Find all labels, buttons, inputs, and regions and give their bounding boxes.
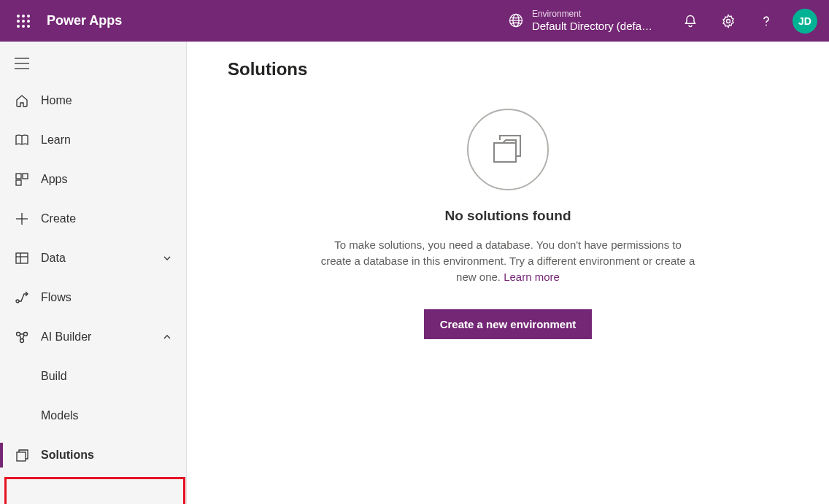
environment-picker[interactable]: Environment Default Directory (defa… — [500, 9, 661, 32]
sidebar-item-label: AI Builder — [41, 330, 150, 344]
help-button[interactable] — [749, 4, 784, 39]
environment-label: Environment — [532, 9, 652, 19]
globe-icon — [509, 13, 523, 28]
sidebar-item-home[interactable]: Home — [0, 81, 186, 120]
settings-button[interactable] — [711, 4, 746, 39]
sidebar-item-label: Create — [41, 212, 173, 225]
app-body: Home Learn Apps Create Data — [0, 42, 829, 504]
empty-state-title: No solutions found — [444, 208, 571, 224]
environment-text: Environment Default Directory (defa… — [532, 9, 652, 32]
sidebar-item-ai-models[interactable]: Models — [0, 396, 186, 435]
sidebar-toggle[interactable] — [0, 46, 186, 81]
sidebar-item-label: Home — [41, 94, 173, 107]
svg-rect-19 — [23, 174, 28, 179]
user-avatar[interactable]: JD — [793, 9, 817, 34]
app-launcher-button[interactable] — [6, 4, 41, 39]
sidebar-item-label: Flows — [41, 291, 173, 304]
plus-icon — [15, 212, 29, 226]
svg-rect-20 — [16, 180, 21, 185]
sidebar-item-label: Solutions — [41, 449, 173, 462]
solutions-icon — [15, 448, 29, 462]
svg-point-12 — [727, 19, 730, 23]
svg-point-26 — [16, 300, 19, 303]
learn-more-link[interactable]: Learn more — [504, 271, 560, 283]
sidebar-item-apps[interactable]: Apps — [0, 160, 186, 199]
apps-icon — [15, 172, 29, 187]
svg-point-5 — [27, 20, 30, 23]
svg-point-13 — [766, 24, 767, 26]
chevron-down-icon — [161, 252, 173, 264]
svg-point-0 — [17, 15, 20, 18]
svg-rect-34 — [494, 143, 516, 162]
main-content: Solutions No solutions found To make sol… — [187, 42, 829, 504]
empty-state-icon-circle — [467, 109, 549, 190]
app-header: Power Apps Environment Default Directory… — [0, 0, 829, 42]
svg-line-31 — [23, 336, 24, 340]
svg-point-3 — [17, 20, 20, 23]
svg-point-1 — [22, 15, 25, 18]
svg-point-6 — [17, 25, 20, 28]
svg-point-7 — [22, 25, 25, 28]
svg-point-8 — [27, 25, 30, 28]
hamburger-icon — [15, 58, 29, 69]
sidebar-item-create[interactable]: Create — [0, 199, 186, 239]
sidebar-item-data[interactable]: Data — [0, 239, 186, 278]
sidebar-item-label: Models — [41, 409, 173, 422]
svg-rect-33 — [17, 452, 26, 461]
flows-icon — [15, 290, 29, 305]
empty-state-text: To make solutions, you need a database. … — [318, 237, 698, 284]
svg-point-4 — [22, 20, 25, 23]
app-title: Power Apps — [47, 13, 122, 28]
environment-name: Default Directory (defa… — [532, 20, 652, 33]
book-icon — [15, 133, 29, 147]
help-icon — [759, 14, 774, 28]
bell-icon — [683, 14, 698, 28]
svg-rect-23 — [16, 253, 28, 263]
sidebar-item-label: Build — [41, 370, 173, 383]
chevron-up-icon — [161, 331, 173, 343]
create-environment-button[interactable]: Create a new environment — [424, 309, 593, 339]
empty-state: No solutions found To make solutions, yo… — [228, 109, 788, 339]
sidebar-item-label: Learn — [41, 133, 173, 147]
folder-stack-icon — [488, 130, 528, 169]
data-icon — [15, 251, 29, 265]
notifications-button[interactable] — [673, 4, 708, 39]
sidebar-item-label: Apps — [41, 173, 173, 186]
tutorial-highlight — [4, 477, 185, 504]
avatar-initials: JD — [798, 15, 811, 27]
sidebar-item-ai-build[interactable]: Build — [0, 357, 186, 396]
sidebar-item-solutions[interactable]: Solutions — [0, 435, 186, 475]
sidebar-item-flows[interactable]: Flows — [0, 278, 186, 317]
svg-line-30 — [20, 336, 21, 340]
home-icon — [15, 93, 29, 108]
ai-builder-icon — [15, 330, 29, 344]
sidebar-item-learn[interactable]: Learn — [0, 120, 186, 160]
gear-icon — [721, 14, 736, 28]
svg-point-29 — [20, 339, 24, 343]
sidebar-item-ai-builder[interactable]: AI Builder — [0, 317, 186, 357]
waffle-icon — [17, 15, 30, 28]
svg-point-2 — [27, 15, 30, 18]
svg-rect-18 — [16, 174, 21, 179]
sidebar-item-label: Data — [41, 252, 150, 265]
page-title: Solutions — [228, 59, 788, 80]
sidebar: Home Learn Apps Create Data — [0, 42, 187, 504]
